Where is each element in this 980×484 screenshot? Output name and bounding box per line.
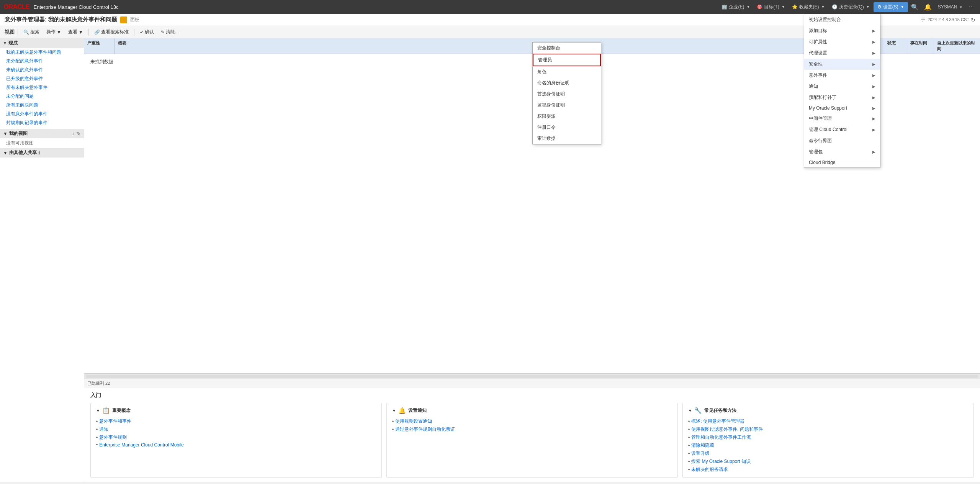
- cards-row: ▼ 📋 重要概念 • 意外事件和事件 • 通知 • 意外事件规则: [90, 403, 974, 478]
- refresh-icon[interactable]: ↻: [971, 17, 975, 23]
- confirm-button[interactable]: ✔ 确认: [137, 28, 156, 36]
- sidebar-item-unassigned-problems[interactable]: 未分配的问题: [0, 92, 84, 101]
- section-builtin-label: 现成: [8, 40, 18, 46]
- register-password-label: 注册口令: [537, 124, 556, 131]
- card3-link-1[interactable]: • 概述: 使用意外事件管理器: [688, 417, 968, 425]
- submenu-monitor-credential[interactable]: 监视身份证明: [533, 100, 601, 111]
- date-label: 于: 2024-2-4 8:39:15 CST: [921, 17, 969, 23]
- menu-item-my-oracle-support[interactable]: My Oracle Support ▶: [804, 103, 880, 113]
- add-target-label: 添加目标: [809, 28, 827, 34]
- notifications-label: 通知: [809, 83, 818, 90]
- sidebar-item-blackout-events[interactable]: 封锁期间记录的事件: [0, 118, 84, 127]
- col-header-summary[interactable]: 概要: [115, 38, 815, 54]
- menu-item-add-target[interactable]: 添加目标 ▶: [804, 25, 880, 36]
- sidebar-item-all-open-problems[interactable]: 所有未解决问题: [0, 101, 84, 110]
- notifications-arrow: ▶: [872, 84, 875, 89]
- nav-settings[interactable]: ⚙ 设置(S) ▼: [874, 2, 908, 12]
- search-button[interactable]: 🔍 搜索: [21, 28, 42, 36]
- card1-link-4[interactable]: • Enterprise Manager Cloud Control Mobil…: [96, 441, 376, 448]
- card1-link-3[interactable]: • 意外事件规则: [96, 433, 376, 441]
- monitor-credential-label: 监视身份证明: [537, 102, 565, 108]
- card3-link-4[interactable]: • 清除和隐藏: [688, 441, 968, 450]
- scrollbar-track[interactable]: [86, 375, 978, 378]
- submenu-role[interactable]: 角色: [533, 66, 601, 77]
- shared-triangle: ▼: [3, 150, 8, 156]
- card3-icon: 🔧: [694, 407, 702, 414]
- card3-link-2[interactable]: • 使用视图过滤意外事件, 问题和事件: [688, 425, 968, 433]
- submenu-named-credential[interactable]: 命名的身份证明: [533, 77, 601, 89]
- sidebar-item-no-incident-events[interactable]: 没有意外事件的事件: [0, 110, 84, 118]
- nav-favorites[interactable]: ⭐ 收藏夹(E) ▼: [789, 2, 828, 12]
- col-header-exist-time[interactable]: 存在时间: [907, 38, 934, 54]
- horizontal-scrollbar[interactable]: [84, 373, 980, 379]
- nav-enterprise[interactable]: 🏢 企业(E) ▼: [718, 2, 753, 12]
- card-setup-notifications: ▼ 🔔 设置通知 • 使用规则设置通知 • 通过意外事件规则自动化票证: [386, 403, 678, 478]
- submenu-preferred-credential[interactable]: 首选身份证明: [533, 89, 601, 100]
- search-criteria-button[interactable]: 🔗 查看搜索标准: [92, 28, 131, 36]
- nav-user[interactable]: SYSMAN ▼: [935, 3, 966, 11]
- info-icon[interactable]: ℹ: [38, 150, 40, 156]
- sidebar-item-my-incidents[interactable]: 我的未解决意外事件和问题: [0, 48, 84, 57]
- view-button[interactable]: 查看 ▼: [66, 28, 85, 36]
- menu-item-manage-cloud[interactable]: 管理 Cloud Control ▶: [804, 124, 880, 135]
- sidebar-section-builtin-header[interactable]: ▼ 现成: [0, 38, 84, 48]
- menu-item-notifications[interactable]: 通知 ▶: [804, 81, 880, 92]
- named-credential-label: 命名的身份证明: [537, 80, 569, 86]
- add-target-arrow: ▶: [872, 29, 875, 33]
- menu-item-security[interactable]: 安全性 ▶: [804, 59, 880, 70]
- sidebar-shared-header: ▼ 由其他人共享 ℹ: [0, 148, 84, 158]
- menu-item-cloud-bridge[interactable]: Cloud Bridge: [804, 158, 880, 167]
- submenu-privilege-delegation[interactable]: 权限委派: [533, 111, 601, 122]
- hidden-columns-bar: 已隐藏列 22: [84, 379, 980, 388]
- nav-target[interactable]: 🎯 目标(T) ▼: [754, 2, 788, 12]
- col-header-last-update[interactable]: 自上次更新以来的时间: [934, 38, 980, 54]
- card3-link-6[interactable]: • 搜索 My Oracle Support 知识: [688, 458, 968, 466]
- menu-item-incidents[interactable]: 意外事件 ▶: [804, 70, 880, 81]
- sidebar-item-all-open-incidents[interactable]: 所有未解决意外事件: [0, 83, 84, 92]
- edit-view-icon[interactable]: ✎: [76, 131, 81, 137]
- getting-started-title: 入门: [90, 392, 974, 399]
- card3-link-3[interactable]: • 管理和自动化意外事件工作流: [688, 433, 968, 441]
- sidebar-item-escalated-incidents[interactable]: 已升级的意外事件: [0, 74, 84, 83]
- clear-label: 清除...: [166, 29, 179, 35]
- submenu-security-console[interactable]: 安全控制台: [533, 43, 601, 54]
- operations-arrow-icon: ▼: [57, 30, 61, 35]
- oracle-wordmark: ORACLE: [4, 3, 30, 10]
- menu-item-command-line[interactable]: 命令行界面: [804, 135, 880, 146]
- no-views-label: 没有可用视图: [0, 138, 84, 148]
- search-icon[interactable]: 🔍: [909, 2, 921, 12]
- col-header-status[interactable]: 状态: [884, 38, 907, 54]
- col-header-severity[interactable]: 严重性: [84, 38, 115, 54]
- card1-header: ▼ 📋 重要概念: [96, 407, 376, 414]
- clear-button[interactable]: ✎ 清除...: [159, 28, 181, 36]
- bell-icon[interactable]: 🔔: [922, 2, 934, 12]
- submenu-register-password[interactable]: 注册口令: [533, 122, 601, 133]
- sidebar-item-unassigned-incidents[interactable]: 未分配的意外事件: [0, 57, 84, 66]
- menu-item-mgmt-pack[interactable]: 管理包 ▶: [804, 146, 880, 158]
- card1-link-1[interactable]: • 意外事件和事件: [96, 417, 376, 425]
- toolbar-separator-1: [18, 29, 18, 36]
- bullet4: •: [96, 442, 98, 448]
- add-view-icon[interactable]: +: [72, 131, 75, 137]
- menu-item-initial-setup[interactable]: 初始设置控制台: [804, 14, 880, 25]
- card3-link-7[interactable]: • 未解决的服务请求: [688, 466, 968, 474]
- search-btn-label: 搜索: [30, 29, 39, 35]
- operations-button[interactable]: 操作 ▼: [44, 28, 64, 36]
- bullet7: •: [688, 419, 690, 424]
- card3-link-5[interactable]: • 设置升级: [688, 450, 968, 458]
- submenu-audit-data[interactable]: 审计数据: [533, 133, 601, 144]
- sidebar-item-unconfirmed-incidents[interactable]: 未确认的意外事件: [0, 66, 84, 74]
- menu-item-proxy[interactable]: 代理设置 ▶: [804, 48, 880, 59]
- sidebar-section-builtin: ▼ 现成 我的未解决意外事件和问题 未分配的意外事件 未确认的意外事件 已升级的…: [0, 38, 84, 127]
- menu-item-provisioning[interactable]: 预配和打补丁 ▶: [804, 92, 880, 103]
- menu-item-middleware[interactable]: 中间件管理 ▶: [804, 113, 880, 124]
- submenu-administrator[interactable]: 管理员: [533, 54, 601, 66]
- card2-link-1[interactable]: • 使用规则设置通知: [392, 417, 672, 425]
- more-icon[interactable]: ···: [967, 2, 976, 12]
- menu-item-scalability[interactable]: 可扩展性 ▶: [804, 36, 880, 48]
- nav-history[interactable]: 🕐 历史记录(Q) ▼: [829, 2, 873, 12]
- card1-link-2[interactable]: • 通知: [96, 425, 376, 433]
- card2-link-2[interactable]: • 通过意外事件规则自动化票证: [392, 425, 672, 433]
- cloud-bridge-label: Cloud Bridge: [809, 160, 835, 165]
- card3-title: 常见任务和方法: [704, 407, 736, 414]
